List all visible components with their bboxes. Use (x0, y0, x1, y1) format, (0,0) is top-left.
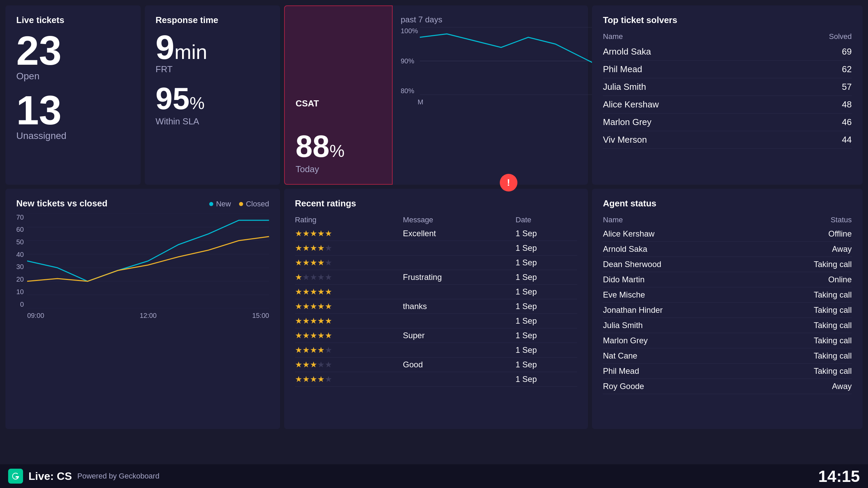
table-row: ★★★★★Frustrating1 Sep (295, 270, 577, 284)
agent-status-title: Agent status (603, 198, 852, 209)
rating-date: 1 Sep (516, 270, 577, 284)
recent-ratings-table: Rating Message Date ★★★★★Excellent1 Sep★… (295, 214, 577, 387)
table-row: ★★★★★thanks1 Sep (295, 299, 577, 313)
agent-col-status-header: Status (755, 214, 852, 226)
csat-x-axis: M S (401, 98, 616, 106)
solver-solved: 48 (780, 96, 852, 114)
unassigned-count: 13 (16, 90, 130, 130)
logo-icon (11, 471, 20, 481)
new-vs-closed-svg (27, 214, 269, 308)
table-row: ★★★★★Excellent1 Sep (295, 226, 577, 241)
footer-title: Live: CS (28, 470, 72, 483)
rating-date: 1 Sep (516, 241, 577, 255)
rating-date: 1 Sep (516, 255, 577, 270)
table-row: Arnold Saka69 (603, 43, 852, 61)
table-row: Arnold SakaAway (603, 241, 852, 257)
rating-message (403, 343, 515, 357)
csat-left-panel: CSAT 88% Today (284, 5, 393, 185)
csat-percentage: 88 (296, 129, 330, 163)
rating-stars: ★★★★★ (295, 357, 403, 372)
rating-date: 1 Sep (516, 226, 577, 241)
col-message-header: Message (403, 214, 515, 226)
csat-pct-unit: % (330, 142, 344, 161)
geckoboard-logo (8, 469, 23, 484)
agent-status-value: Taking call (755, 363, 852, 379)
footer-powered-by: Powered by Geckoboard (77, 472, 159, 481)
agent-name: Eve Mische (603, 287, 755, 302)
agent-name: Julia Smith (603, 318, 755, 333)
rating-message (403, 284, 515, 299)
table-row: Alice Kershaw48 (603, 96, 852, 114)
footer-time: 14:15 (818, 467, 860, 486)
chart-legend: New Closed (209, 200, 269, 208)
agent-status-value: Taking call (755, 333, 852, 348)
agent-name: Jonathan Hinder (603, 302, 755, 318)
solver-name: Alice Kershaw (603, 96, 780, 114)
legend-closed: Closed (239, 200, 269, 208)
rating-stars: ★★★★★ (295, 270, 403, 284)
solver-name: Marlon Grey (603, 114, 780, 131)
agent-status-value: Away (755, 241, 852, 257)
y-axis-labels: 70 60 50 40 30 20 10 0 (16, 214, 27, 308)
csat-title: CSAT (296, 98, 381, 109)
table-row: Nat CaneTaking call (603, 348, 852, 363)
sla-pct: 95 (156, 82, 190, 116)
agent-status-value: Taking call (755, 287, 852, 302)
sla-label: Within SLA (156, 116, 269, 127)
rating-date: 1 Sep (516, 284, 577, 299)
top-solvers-title: Top ticket solvers (603, 15, 852, 25)
response-time-title: Response time (156, 15, 269, 25)
table-row: Phil MeadTaking call (603, 363, 852, 379)
csat-chart-panel: past 7 days 100% 90% 80% (393, 5, 625, 185)
table-row: Julia SmithTaking call (603, 318, 852, 333)
top-solvers-table: Name Solved Arnold Saka69Phil Mead62Juli… (603, 30, 852, 149)
rating-message (403, 241, 515, 255)
table-row: ★★★★★1 Sep (295, 372, 577, 386)
agent-status-value: Taking call (755, 348, 852, 363)
table-row: Jonathan HinderTaking call (603, 302, 852, 318)
rating-date: 1 Sep (516, 357, 577, 372)
col-rating-header: Rating (295, 214, 403, 226)
rating-stars: ★★★★★ (295, 284, 403, 299)
agent-name: Alice Kershaw (603, 226, 755, 242)
csat-card: CSAT 88% Today past 7 days 100% 90% 80% (284, 5, 588, 185)
legend-new: New (209, 200, 231, 208)
agent-status-value: Away (755, 379, 852, 394)
csat-chart-svg (420, 27, 616, 95)
closed-dot (239, 202, 243, 206)
recent-ratings-title: Recent ratings (295, 198, 577, 209)
legend-closed-label: Closed (246, 200, 269, 208)
new-dot (209, 202, 213, 206)
table-row: ★★★★★1 Sep (295, 343, 577, 357)
rating-stars: ★★★★★ (295, 328, 403, 343)
solver-solved: 69 (780, 43, 852, 61)
table-row: Dido MartinOnline (603, 272, 852, 287)
solver-name: Arnold Saka (603, 43, 780, 61)
footer: Live: CS Powered by Geckoboard 14:15 (0, 464, 868, 488)
x-axis-labels: 09:00 12:00 15:00 (27, 312, 269, 320)
rating-message: Good (403, 357, 515, 372)
alert-badge: ! (500, 174, 517, 191)
table-row: Phil Mead62 (603, 61, 852, 78)
new-vs-closed-card: New tickets vs closed New Closed 70 60 5… (5, 189, 280, 429)
agent-status-card: Agent status Name Status Alice KershawOf… (592, 189, 863, 429)
response-unit: min (174, 41, 207, 63)
table-row: ★★★★★1 Sep (295, 284, 577, 299)
rating-message: thanks (403, 299, 515, 313)
rating-stars: ★★★★★ (295, 226, 403, 241)
rating-message (403, 255, 515, 270)
agent-name: Arnold Saka (603, 241, 755, 257)
table-row: Roy GoodeAway (603, 379, 852, 394)
rating-message: Super (403, 328, 515, 343)
agent-status-value: Online (755, 272, 852, 287)
table-row: Dean SherwoodTaking call (603, 257, 852, 272)
rating-date: 1 Sep (516, 328, 577, 343)
solver-solved: 62 (780, 61, 852, 78)
agent-name: Phil Mead (603, 363, 755, 379)
unassigned-label: Unassigned (16, 130, 130, 141)
agent-col-name-header: Name (603, 214, 755, 226)
table-row: ★★★★★1 Sep (295, 241, 577, 255)
table-row: Marlon GreyTaking call (603, 333, 852, 348)
col-solved-header: Solved (780, 30, 852, 43)
live-tickets-title: Live tickets (16, 15, 130, 25)
